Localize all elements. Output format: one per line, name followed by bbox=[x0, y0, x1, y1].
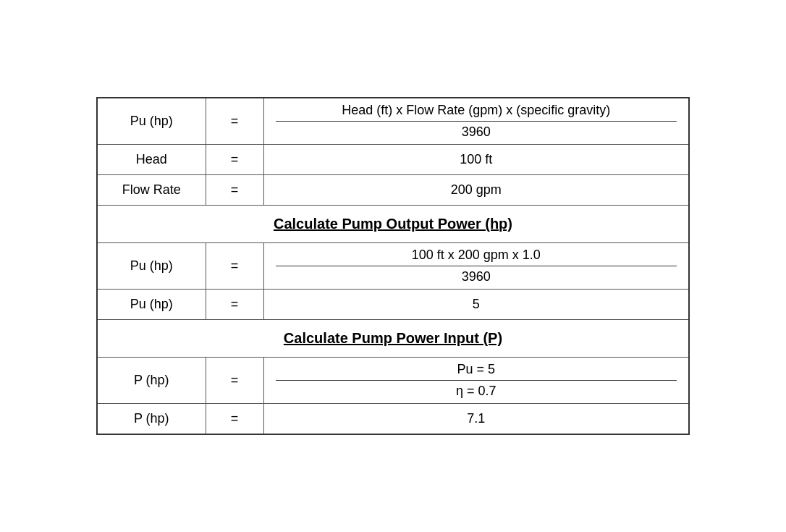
section-title-1: Calculate Pump Output Power (hp) bbox=[97, 206, 689, 243]
head-label: Head bbox=[97, 145, 206, 175]
fraction-denominator-1: 3960 bbox=[462, 122, 491, 140]
pu-result-label: Pu (hp) bbox=[97, 290, 206, 320]
head-equals: = bbox=[206, 145, 263, 175]
table-row-p-calculation: P (hp) = Pu = 5 η = 0.7 bbox=[97, 358, 689, 404]
main-container: Pu (hp) = Head (ft) x Flow Rate (gpm) x … bbox=[96, 97, 690, 435]
table-row-pu-result: Pu (hp) = 5 bbox=[97, 290, 689, 320]
p-calc-label: P (hp) bbox=[97, 358, 206, 404]
fraction-wrapper-2: 100 ft x 200 gpm x 1.0 3960 bbox=[264, 243, 689, 289]
pu-calc-equals: = bbox=[206, 243, 263, 290]
flowrate-equals: = bbox=[206, 175, 263, 206]
pu-calc-fraction: 100 ft x 200 gpm x 1.0 3960 bbox=[263, 243, 689, 290]
p-result-value: 7.1 bbox=[263, 404, 689, 435]
p-calc-fraction: Pu = 5 η = 0.7 bbox=[263, 358, 689, 404]
p-result-label: P (hp) bbox=[97, 404, 206, 435]
pu-label: Pu (hp) bbox=[97, 98, 206, 145]
p-calc-equals: = bbox=[206, 358, 263, 404]
pu-equals: = bbox=[206, 98, 263, 145]
pu-result-value: 5 bbox=[263, 290, 689, 320]
table-row-pu-formula: Pu (hp) = Head (ft) x Flow Rate (gpm) x … bbox=[97, 98, 689, 145]
fraction-wrapper-1: Head (ft) x Flow Rate (gpm) x (specific … bbox=[264, 98, 689, 144]
section-header-row-1: Calculate Pump Output Power (hp) bbox=[97, 206, 689, 243]
p-result-equals: = bbox=[206, 404, 263, 435]
table-row-p-result: P (hp) = 7.1 bbox=[97, 404, 689, 435]
formula-table: Pu (hp) = Head (ft) x Flow Rate (gpm) x … bbox=[96, 97, 690, 435]
fraction-numerator-3: Pu = 5 bbox=[276, 362, 677, 381]
fraction-denominator-3: η = 0.7 bbox=[456, 381, 496, 399]
head-value: 100 ft bbox=[263, 145, 689, 175]
pu-calc-label: Pu (hp) bbox=[97, 243, 206, 290]
flowrate-value: 200 gpm bbox=[263, 175, 689, 206]
table-row-flowrate: Flow Rate = 200 gpm bbox=[97, 175, 689, 206]
table-row-pu-calculation: Pu (hp) = 100 ft x 200 gpm x 1.0 3960 bbox=[97, 243, 689, 290]
table-row-head: Head = 100 ft bbox=[97, 145, 689, 175]
fraction-numerator-1: Head (ft) x Flow Rate (gpm) x (specific … bbox=[276, 103, 677, 122]
fraction-numerator-2: 100 ft x 200 gpm x 1.0 bbox=[276, 248, 677, 266]
fraction-denominator-2: 3960 bbox=[462, 266, 491, 284]
pu-fraction: Head (ft) x Flow Rate (gpm) x (specific … bbox=[263, 98, 689, 145]
section-title-2: Calculate Pump Power Input (P) bbox=[97, 320, 689, 358]
flowrate-label: Flow Rate bbox=[97, 175, 206, 206]
fraction-wrapper-3: Pu = 5 η = 0.7 bbox=[264, 358, 689, 403]
section-header-row-2: Calculate Pump Power Input (P) bbox=[97, 320, 689, 358]
pu-result-equals: = bbox=[206, 290, 263, 320]
